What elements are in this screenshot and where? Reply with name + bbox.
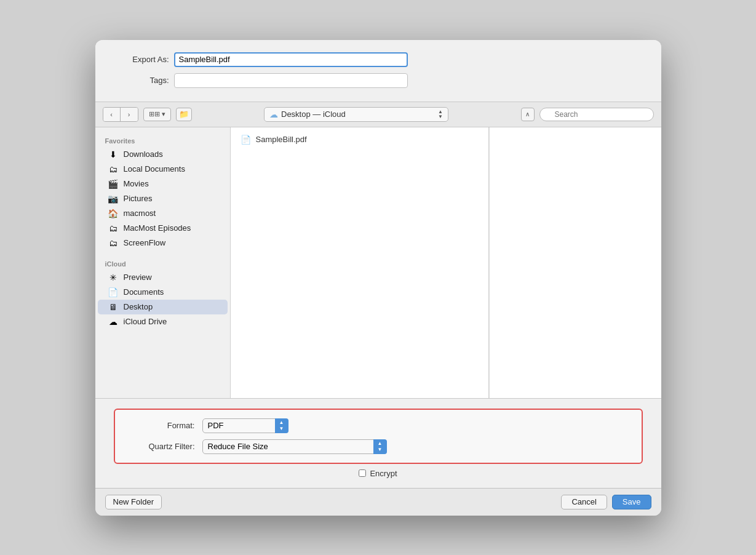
- tags-row: Tags:: [114, 73, 643, 88]
- view-grid-icon: ⊞⊞: [149, 110, 160, 118]
- top-section: Export As: Tags:: [95, 40, 661, 102]
- sidebar-item-pictures[interactable]: 📷 Pictures: [98, 191, 228, 206]
- view-chevron-icon: ▾: [162, 110, 165, 118]
- cancel-button[interactable]: Cancel: [561, 495, 607, 509]
- sidebar-item-macmost[interactable]: 🏠 macmost: [98, 206, 228, 221]
- preview-label: Preview: [124, 273, 152, 282]
- tags-label: Tags:: [114, 76, 169, 85]
- options-box: Format: PDF JPEG PNG TIFF ▲ ▼ Quartz: [114, 409, 643, 464]
- pictures-label: Pictures: [124, 194, 153, 203]
- macmost-label: macmost: [124, 209, 156, 218]
- format-select[interactable]: PDF JPEG PNG TIFF: [202, 418, 288, 433]
- sidebar: Favorites ⬇ Downloads 🗂 Local Documents …: [95, 127, 231, 398]
- preview-area: [489, 127, 661, 398]
- search-wrapper: 🔍: [539, 108, 654, 121]
- desktop-label: Desktop: [124, 302, 153, 311]
- favorites-header: Favorites: [95, 132, 230, 147]
- folder-new-icon: 📁: [179, 110, 189, 119]
- bottom-options: Format: PDF JPEG PNG TIFF ▲ ▼ Quartz: [95, 398, 661, 488]
- location-text: ☁ Desktop — iCloud: [269, 110, 346, 119]
- downloads-icon: ⬇: [108, 150, 119, 159]
- quartz-label: Quartz Filter:: [127, 442, 195, 451]
- icloud-header: iCloud: [95, 255, 230, 270]
- sidebar-item-screenflow[interactable]: 🗂 ScreenFlow: [98, 236, 228, 250]
- preview-icon: ✳: [108, 273, 119, 282]
- file-item[interactable]: 📄 SampleBill.pdf: [236, 132, 483, 147]
- new-folder-button[interactable]: New Folder: [105, 495, 162, 509]
- movies-label: Movies: [124, 179, 149, 188]
- sidebar-item-icloud-drive[interactable]: ☁ iCloud Drive: [98, 314, 228, 329]
- sidebar-item-desktop[interactable]: 🖥 Desktop: [98, 300, 228, 314]
- location-arrows-icon: ▲ ▼: [438, 110, 443, 119]
- sidebar-item-movies[interactable]: 🎬 Movies: [98, 177, 228, 191]
- quartz-select-wrapper: None Reduce File Size Blue Duotone Gray …: [202, 439, 387, 454]
- sidebar-item-downloads[interactable]: ⬇ Downloads: [98, 147, 228, 162]
- encrypt-row: Encrypt: [114, 469, 643, 478]
- location-picker[interactable]: ☁ Desktop — iCloud ▲ ▼: [264, 107, 448, 122]
- expand-button[interactable]: ∧: [521, 108, 535, 121]
- sidebar-item-documents[interactable]: 📄 Documents: [98, 285, 228, 300]
- forward-button[interactable]: ›: [121, 108, 138, 121]
- tags-input[interactable]: [174, 73, 408, 88]
- nav-group: ‹ ›: [103, 107, 138, 122]
- export-dialog: Export As: Tags: ‹ › ⊞⊞ ▾ 📁 ☁: [95, 40, 661, 516]
- file-name: SampleBill.pdf: [256, 135, 307, 144]
- documents-icon: 📄: [108, 287, 119, 297]
- macmost-episodes-icon: 🗂: [108, 223, 119, 233]
- quartz-select[interactable]: None Reduce File Size Blue Duotone Gray …: [202, 439, 387, 454]
- encrypt-checkbox[interactable]: [359, 469, 366, 477]
- macmost-episodes-label: MacMost Episodes: [124, 223, 191, 233]
- bottom-bar: New Folder Cancel Save: [95, 488, 661, 516]
- desktop-icon: 🖥: [108, 302, 119, 312]
- pictures-icon: 📷: [108, 194, 119, 204]
- toolbar: ‹ › ⊞⊞ ▾ 📁 ☁ Desktop — iCloud ▲ ▼: [95, 102, 661, 127]
- file-pdf-icon: 📄: [241, 135, 251, 145]
- sidebar-item-preview[interactable]: ✳ Preview: [98, 270, 228, 285]
- back-button[interactable]: ‹: [103, 108, 121, 121]
- save-button[interactable]: Save: [612, 495, 651, 509]
- macmost-icon: 🏠: [108, 209, 119, 218]
- format-row: Format: PDF JPEG PNG TIFF ▲ ▼: [127, 418, 629, 433]
- chevron-up-icon: ∧: [525, 111, 530, 118]
- sidebar-item-macmost-episodes[interactable]: 🗂 MacMost Episodes: [98, 221, 228, 236]
- forward-icon: ›: [128, 111, 130, 118]
- local-documents-icon: 🗂: [108, 164, 119, 174]
- main-area: Favorites ⬇ Downloads 🗂 Local Documents …: [95, 127, 661, 398]
- local-documents-label: Local Documents: [124, 164, 185, 174]
- export-as-label: Export As:: [114, 55, 169, 64]
- icloud-drive-icon: ☁: [108, 317, 119, 327]
- format-label: Format:: [127, 421, 195, 430]
- file-area: 📄 SampleBill.pdf: [231, 127, 488, 398]
- cloud-icon: ☁: [269, 110, 278, 119]
- icloud-drive-label: iCloud Drive: [124, 317, 167, 326]
- search-input[interactable]: [539, 108, 654, 121]
- new-folder-icon-button[interactable]: 📁: [176, 108, 192, 121]
- screenflow-icon: 🗂: [108, 238, 119, 248]
- action-buttons: Cancel Save: [561, 495, 651, 509]
- sidebar-item-local-documents[interactable]: 🗂 Local Documents: [98, 162, 228, 177]
- export-as-row: Export As:: [114, 52, 643, 67]
- screenflow-label: ScreenFlow: [124, 238, 166, 247]
- location-label: Desktop — iCloud: [281, 110, 346, 119]
- format-select-wrapper: PDF JPEG PNG TIFF ▲ ▼: [202, 418, 288, 433]
- movies-icon: 🎬: [108, 179, 119, 189]
- export-as-input[interactable]: [174, 52, 408, 67]
- downloads-label: Downloads: [124, 150, 163, 159]
- back-icon: ‹: [110, 111, 113, 118]
- encrypt-label: Encrypt: [370, 469, 397, 478]
- documents-label: Documents: [124, 287, 164, 297]
- view-button[interactable]: ⊞⊞ ▾: [143, 108, 171, 121]
- quartz-row: Quartz Filter: None Reduce File Size Blu…: [127, 439, 629, 454]
